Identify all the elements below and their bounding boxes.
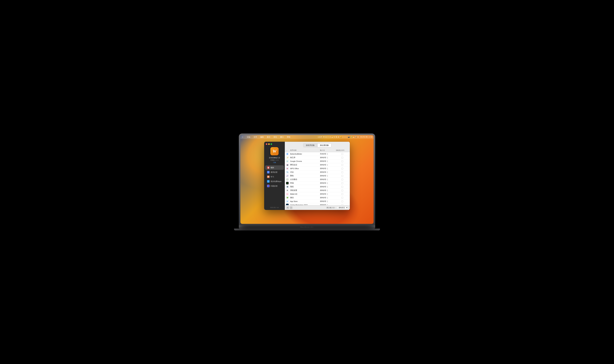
checkbox-terminal[interactable] <box>341 182 343 184</box>
app-name-tencent-meeting: 腾讯会议 <box>289 164 320 166</box>
table-row: B Bilibili HD 搜狗拼音 ▲▼ <box>285 192 350 196</box>
app-name-app-store: App Store <box>289 200 320 202</box>
menu-edit[interactable]: 编辑 <box>260 136 264 139</box>
stepper-terminal[interactable]: ▲▼ <box>327 182 328 184</box>
app-icon-wrapper: W <box>270 147 279 155</box>
app-icon-enterprise-wechat: 💬 <box>286 178 289 181</box>
app-icon-notes: 📝 <box>286 156 289 159</box>
menu-window[interactable]: 窗口 <box>280 136 284 139</box>
menubar-left:  访达 文件 编辑 显示 前往 窗口 帮助 <box>242 136 291 139</box>
stepper-app-store[interactable]: ▲▼ <box>327 200 328 202</box>
feedback-label: 问题反馈 <box>271 185 277 187</box>
sidebar-item-rules[interactable]: 📋 规则 <box>265 165 284 170</box>
sidebar-item-more-apps[interactable]: A 更多免费Apps <box>265 179 284 183</box>
app-window: W 自动切换输入法 内购版: 2.2.0 订购 📋 规则 <box>264 142 350 210</box>
rules-icon: 📋 <box>267 166 270 169</box>
stepper-chrome[interactable]: ▲▼ <box>327 160 328 162</box>
table-row: 📝 备忘录 搜狗拼音 ▲▼ <box>285 156 350 159</box>
stepper-bilibili[interactable]: ▲▼ <box>327 193 328 195</box>
learning-label: 学习 <box>271 176 274 178</box>
tab-location-switch[interactable]: 按位置切换 <box>317 143 331 147</box>
app-icon-spotlight: 🔎 <box>286 175 289 177</box>
main-content: 按程序切换 按位置切换 ... 程序名称 输入法 强制英文符号 <box>285 142 350 210</box>
app-name-preview: 预览 <box>289 186 320 188</box>
stepper-tencent-meeting[interactable]: ▲▼ <box>327 164 328 166</box>
stepper-photoshop[interactable]: ▲▼ <box>327 204 328 205</box>
laptop-outer:  访达 文件 编辑 显示 前往 窗口 帮助 1191字 ⌘ ⊞ ⓡ ⊕ ☁ W… <box>239 133 375 225</box>
input-app-store: 搜狗拼音 ▲▼ <box>320 200 336 202</box>
stepper-finder[interactable]: ▲▼ <box>327 171 328 173</box>
minimize-button[interactable] <box>268 143 270 145</box>
purchase-link[interactable]: 订购 <box>273 162 276 164</box>
input-bilibili: 搜狗拼音 ▲▼ <box>320 193 336 195</box>
stepper-system-prefs[interactable]: ▲▼ <box>327 189 328 192</box>
maximize-button[interactable] <box>271 143 272 145</box>
input-finder: 搜狗拼音 ▲▼ <box>320 171 336 173</box>
tab-app-switch[interactable]: 按程序切换 <box>303 143 317 147</box>
checkbox-bilibili[interactable] <box>341 193 343 195</box>
menu-word-count: 1191字 <box>318 136 322 138</box>
general-label: 通用设置 <box>271 171 277 173</box>
laptop-brand: MacBook Air <box>300 226 314 228</box>
table-row: 🔎 聚焦 搜狗拼音 ▲▼ <box>285 174 350 178</box>
input-chrome: 搜狗拼音 ▲▼ <box>320 160 336 162</box>
checkbox-betterandbetter[interactable] <box>341 153 343 155</box>
menu-go[interactable]: 前往 <box>273 136 278 139</box>
app-icon-tencent-meeting: 📹 <box>286 164 289 166</box>
app-icon-system-prefs: ⚙ <box>286 189 289 192</box>
input-photoshop: 搜狗拼音 ▲▼ <box>320 204 336 205</box>
checkbox-notes[interactable] <box>341 157 343 158</box>
checkbox-wps[interactable] <box>341 168 343 169</box>
input-notes: 搜狗拼音 ▲▼ <box>320 156 336 159</box>
window-controls <box>266 143 272 145</box>
checkbox-preview[interactable] <box>341 186 343 188</box>
table-row: ▶ 终端 搜狗拼音 ▲▼ <box>285 181 350 185</box>
menu-help[interactable]: 帮助 <box>286 136 291 139</box>
checkbox-spotlight[interactable] <box>341 175 343 177</box>
stepper-betterandbetter[interactable]: ▲▼ <box>327 153 328 155</box>
app-icon-chrome: G <box>286 160 289 162</box>
default-input-select[interactable]: 搜狗拼音 <box>337 206 348 209</box>
checkbox-tencent-meeting[interactable] <box>341 164 343 166</box>
app-version: 内购版: 2.2.0 <box>270 159 279 161</box>
checkbox-wechat[interactable] <box>341 197 343 199</box>
sidebar-item-learning[interactable]: 📖 学习 <box>265 175 284 179</box>
input-preview: 搜狗拼音 ▲▼ <box>320 186 336 188</box>
app-name-photoshop: Adobe Photoshop 2022 <box>289 204 320 205</box>
sidebar-item-general[interactable]: ⚙ 通用设置 <box>265 170 284 174</box>
stepper-spotlight[interactable]: ▲▼ <box>327 175 328 177</box>
close-button[interactable] <box>266 143 267 145</box>
default-input-label: 默认输入法： <box>327 207 336 209</box>
table-row: 🔍 访达 搜狗拼音 ▲▼ <box>285 170 350 174</box>
col-input: 输入法 <box>320 149 336 151</box>
menu-file[interactable]: 文件 <box>253 136 258 139</box>
checkbox-finder[interactable] <box>341 171 343 173</box>
checkbox-app-store[interactable] <box>341 201 343 202</box>
app-icon-betterandbetter: 🌀 <box>286 153 289 155</box>
sidebar: W 自动切换输入法 内购版: 2.2.0 订购 📋 规则 <box>264 142 285 210</box>
sidebar-item-feedback[interactable]: 👤 问题反馈 <box>265 184 284 188</box>
app-icon-bilibili: B <box>286 193 289 195</box>
stepper-preview[interactable]: ▲▼ <box>327 186 328 188</box>
stepper-notes[interactable]: ▲▼ <box>327 156 328 159</box>
app-icon-finder: 🔍 <box>286 171 289 173</box>
apple-menu[interactable]:  <box>242 136 244 139</box>
menu-finder[interactable]: 访达 <box>246 136 251 139</box>
checkbox-system-prefs[interactable] <box>341 190 343 191</box>
remove-button[interactable]: − <box>290 207 292 209</box>
more-apps-label: 更多免费Apps <box>271 180 281 183</box>
stepper-wechat[interactable]: ▲▼ <box>327 196 328 199</box>
app-name-notes: 备忘录 <box>289 156 320 159</box>
add-button[interactable]: + <box>286 207 289 209</box>
menu-view[interactable]: 显示 <box>266 136 271 139</box>
app-name-betterandbetter: BetterAndBetter <box>289 153 320 155</box>
checkbox-chrome[interactable] <box>341 160 343 162</box>
table-row: A App Store 搜狗拼音 ▲▼ <box>285 200 350 203</box>
app-name-wps: WPS Office <box>289 168 320 169</box>
stepper-wps[interactable]: ▲▼ <box>327 168 328 170</box>
stepper-enterprise-wechat[interactable]: ▲▼ <box>327 178 328 181</box>
app-icon-terminal: ▶ <box>286 182 289 184</box>
input-spotlight: 搜狗拼音 ▲▼ <box>320 175 336 177</box>
checkbox-enterprise-wechat[interactable] <box>341 179 343 181</box>
table-header: ... 程序名称 输入法 强制英文符号 <box>285 149 350 152</box>
